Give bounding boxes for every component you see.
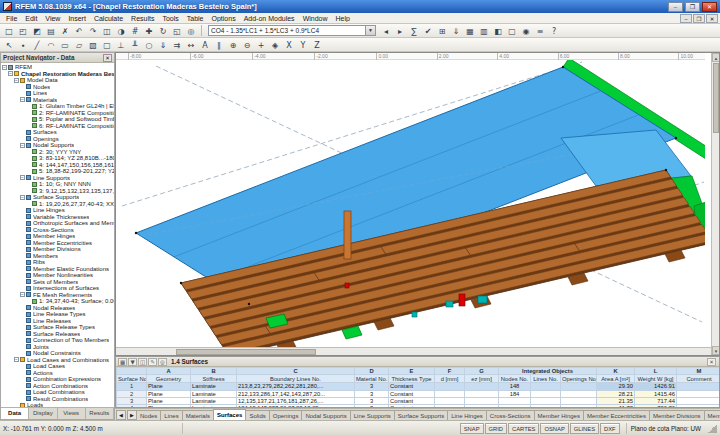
table-cell[interactable]: 3	[355, 383, 389, 390]
nodal-support-icon[interactable]: ⊥	[115, 39, 128, 51]
surfaces-table[interactable]: ABCDEFGIntegrated ObjectsKLMSurface No.G…	[116, 367, 720, 408]
show-results-icon[interactable]: ▦	[464, 25, 477, 37]
resize-grip[interactable]	[708, 424, 717, 433]
table-cell[interactable]: 1426.91	[635, 383, 677, 390]
table-tab[interactable]: Surfaces	[213, 409, 246, 420]
table-cell[interactable]: Laminate	[191, 390, 237, 397]
mdi-close-button[interactable]: ✕	[706, 14, 718, 23]
text-comment-icon[interactable]: A	[199, 39, 212, 51]
menu-item[interactable]: Results	[127, 15, 158, 22]
scroll-down-icon[interactable]: ▼	[712, 346, 720, 355]
view-x-icon[interactable]: X	[283, 39, 296, 51]
maximize-button[interactable]: ❐	[685, 2, 700, 12]
table-cell[interactable]: 12,135,137,21,176,181,287,26,...	[237, 397, 355, 404]
view-z-icon[interactable]: Z	[311, 39, 324, 51]
render-mode-icon[interactable]: ◑	[115, 25, 128, 37]
table-cell[interactable]	[435, 397, 465, 404]
undo-icon[interactable]: ↶	[73, 25, 86, 37]
table-cell[interactable]: 1	[117, 383, 147, 390]
table-tab[interactable]: Lines	[160, 410, 182, 420]
menu-item[interactable]: Options	[208, 15, 240, 22]
tree-expander-icon[interactable]: −	[2, 65, 7, 70]
table-cell[interactable]	[499, 397, 531, 404]
zoom-window-icon[interactable]: ◱	[171, 25, 184, 37]
status-toggle[interactable]: GLINES	[570, 423, 599, 434]
table-cell[interactable]: 28.21	[597, 390, 635, 397]
save-icon[interactable]: ◩	[31, 25, 44, 37]
fe-mesh-icon[interactable]: ⊞	[436, 25, 449, 37]
navigator-tab[interactable]: Display	[29, 408, 57, 419]
table-tab[interactable]: Surface Supports	[394, 410, 448, 420]
print-icon[interactable]: ▤	[45, 25, 58, 37]
help-icon[interactable]: ?	[548, 25, 561, 37]
table-cell[interactable]: 148	[499, 383, 531, 390]
minimize-button[interactable]: ‒	[668, 2, 683, 12]
check-model-icon[interactable]: ✔	[422, 25, 435, 37]
table-cell[interactable]	[531, 383, 561, 390]
table-cell[interactable]: Constant	[389, 397, 435, 404]
table-cell[interactable]: 213,8,23,279,282,262,281,280,...	[237, 383, 355, 390]
table-row[interactable]: 3PlaneLaminate12,135,137,21,176,181,287,…	[117, 397, 720, 404]
scroll-up-icon[interactable]: ▲	[712, 53, 720, 62]
line-load-icon[interactable]: ⇉	[171, 39, 184, 51]
table-cell[interactable]: 1415.46	[635, 390, 677, 397]
dimension-icon[interactable]: ↔	[185, 39, 198, 51]
table-cell[interactable]: 717.44	[635, 397, 677, 404]
table-cell[interactable]	[465, 390, 499, 397]
show-loads-icon[interactable]: ⇓	[450, 25, 463, 37]
previous-load-case-icon[interactable]: ◂	[380, 25, 393, 37]
table-export-icon[interactable]: ◫	[138, 358, 147, 366]
navigator-toggle-icon[interactable]: ◧	[492, 25, 505, 37]
new-opening-icon[interactable]: ▢	[101, 39, 114, 51]
table-filter-icon[interactable]: ▼	[128, 358, 137, 366]
new-solid-icon[interactable]: ▧	[87, 39, 100, 51]
table-cell[interactable]	[561, 397, 597, 404]
table-cell[interactable]: 21.35	[597, 397, 635, 404]
tables-toggle-icon[interactable]: ▥	[478, 25, 491, 37]
table-cell[interactable]: Laminate	[191, 383, 237, 390]
table-cell[interactable]: 3	[355, 390, 389, 397]
new-node-icon[interactable]: ∙	[17, 39, 30, 51]
menu-item[interactable]: Tools	[158, 15, 182, 22]
status-toggle[interactable]: DXF	[600, 423, 620, 434]
menu-item[interactable]: Window	[299, 15, 332, 22]
chevron-down-icon[interactable]: ▼	[365, 26, 375, 35]
status-toggle[interactable]: OSNAP	[540, 423, 568, 434]
next-load-case-icon[interactable]: ▸	[394, 25, 407, 37]
zoom-all-icon[interactable]: ◎	[185, 25, 198, 37]
table-tab[interactable]: Line Hinges	[447, 410, 487, 420]
table-row[interactable]: 2PlaneLaminate212,133,286,17,142,143,287…	[117, 390, 720, 397]
tree-item[interactable]: − Load Cases and Combinations	[1, 357, 114, 364]
table-cell[interactable]	[561, 383, 597, 390]
table-cell[interactable]	[465, 383, 499, 390]
tree-expander-icon[interactable]: −	[14, 78, 19, 83]
load-case-combobox[interactable]: CO4 - 1.35*LC1 + 1.5*LC3 + 0.9*LC4 ▼	[208, 25, 376, 36]
vertical-scrollbar[interactable]: ▲ ▼	[711, 53, 719, 355]
menu-item[interactable]: View	[41, 15, 64, 22]
table-cell[interactable]	[435, 383, 465, 390]
new-line-icon[interactable]: ╱	[31, 39, 44, 51]
table-cell[interactable]	[561, 390, 597, 397]
table-edit-icon[interactable]: ✎	[148, 358, 157, 366]
table-manager-icon[interactable]: ▦	[118, 358, 127, 366]
table-cell[interactable]: 2	[117, 390, 147, 397]
table-row[interactable]: 1PlaneLaminate213,8,23,279,282,262,281,2…	[117, 383, 720, 390]
table-cell[interactable]	[531, 390, 561, 397]
menu-item[interactable]: Table	[183, 15, 208, 22]
menu-item[interactable]: Add-on Modules	[240, 15, 299, 22]
table-tab[interactable]: Openings	[269, 410, 303, 420]
table-cell[interactable]: Constant	[389, 383, 435, 390]
table-tab[interactable]: Member Eccentricities	[583, 410, 650, 420]
status-toggle[interactable]: CARTES	[508, 423, 539, 434]
section-icon[interactable]: ∥	[213, 39, 226, 51]
status-toggle[interactable]: GRID	[485, 423, 508, 434]
zoom-out-icon[interactable]: ⊖	[241, 39, 254, 51]
horizontal-scrollbar-thumb[interactable]	[176, 349, 316, 355]
table-close-icon[interactable]: ✕	[707, 358, 716, 366]
table-cell[interactable]	[677, 383, 720, 390]
view-y-icon[interactable]: Y	[297, 39, 310, 51]
new-surface-icon[interactable]: ▱	[73, 39, 86, 51]
menu-item[interactable]: Insert	[64, 15, 90, 22]
menu-item[interactable]: File	[2, 15, 21, 22]
horizontal-scrollbar[interactable]	[116, 347, 713, 355]
